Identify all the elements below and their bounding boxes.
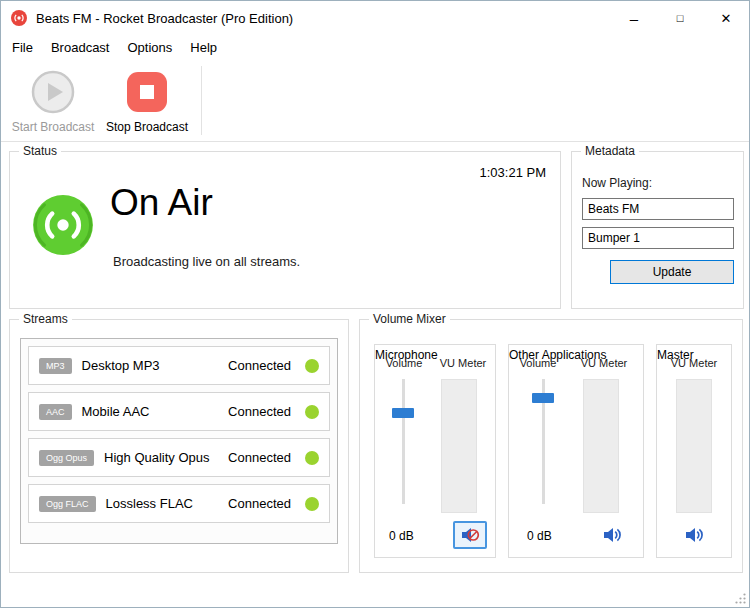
app-window: Beats FM - Rocket Broadcaster (Pro Editi… [0, 0, 750, 608]
volume-column-label: Volume [509, 357, 567, 369]
speaker-icon [684, 526, 704, 544]
maximize-button[interactable]: □ [657, 1, 703, 35]
menubar: File Broadcast Options Help [1, 35, 749, 61]
microphone-volume-slider[interactable] [402, 379, 405, 504]
now-playing-field-1[interactable] [582, 198, 734, 220]
titlebar: Beats FM - Rocket Broadcaster (Pro Editi… [1, 1, 749, 35]
window-title: Beats FM - Rocket Broadcaster (Pro Editi… [36, 11, 611, 26]
stream-row-mobile-aac[interactable]: AAC Mobile AAC Connected [28, 392, 330, 431]
start-broadcast-label: Start Broadcast [12, 120, 95, 134]
minimize-button[interactable]: – [611, 1, 657, 35]
stream-name: Lossless FLAC [106, 496, 229, 511]
menu-help[interactable]: Help [181, 35, 226, 61]
streams-group: Streams MP3 Desktop MP3 Connected AAC Mo… [9, 319, 349, 573]
microphone-channel: Microphone Volume VU Meter 0 dB [374, 344, 496, 558]
stop-icon [124, 69, 170, 115]
speaker-icon [602, 526, 622, 544]
microphone-mute-button[interactable] [453, 521, 487, 549]
clock: 1:03:21 PM [480, 165, 547, 180]
stream-status: Connected [228, 358, 291, 373]
status-group-label: Status [19, 144, 61, 158]
menu-options[interactable]: Options [119, 35, 182, 61]
streams-list: MP3 Desktop MP3 Connected AAC Mobile AAC… [20, 338, 338, 544]
stream-row-desktop-mp3[interactable]: MP3 Desktop MP3 Connected [28, 346, 330, 385]
stream-name: High Quality Opus [104, 450, 228, 465]
streams-group-label: Streams [19, 312, 72, 326]
status-group: Status 1:03:21 PM On Air Broadcasting li… [9, 151, 561, 309]
toolbar: Start Broadcast Stop Broadcast [1, 61, 749, 142]
codec-badge: Ogg Opus [39, 450, 94, 466]
metadata-group: Metadata Now Playing: Update [571, 151, 744, 309]
other-applications-vu-meter [583, 379, 619, 513]
connected-indicator-dot [305, 451, 319, 465]
microphone-db-label: 0 dB [389, 529, 414, 543]
stream-status: Connected [228, 496, 291, 511]
stop-broadcast-button[interactable]: Stop Broadcast [103, 69, 191, 134]
stream-row-lossless-flac[interactable]: Ogg FLAC Lossless FLAC Connected [28, 484, 330, 523]
stream-name: Desktop MP3 [82, 358, 229, 373]
resize-grip[interactable] [734, 592, 747, 605]
app-icon [11, 10, 27, 26]
other-applications-mute-button[interactable] [595, 521, 629, 549]
codec-badge: MP3 [39, 358, 72, 374]
master-channel: Master VU Meter [656, 344, 732, 558]
on-air-icon [30, 192, 96, 258]
other-applications-db-label: 0 dB [527, 529, 552, 543]
menu-file[interactable]: File [3, 35, 42, 61]
connected-indicator-dot [305, 359, 319, 373]
vu-meter-column-label: VU Meter [657, 357, 731, 369]
now-playing-field-2[interactable] [582, 227, 734, 249]
master-mute-button[interactable] [677, 521, 711, 549]
volume-mixer-group-label: Volume Mixer [369, 312, 450, 326]
status-subtext: Broadcasting live on all streams. [113, 254, 300, 269]
now-playing-label: Now Playing: [582, 176, 652, 190]
vu-meter-column-label: VU Meter [433, 357, 493, 369]
microphone-vu-meter [441, 379, 477, 513]
connected-indicator-dot [305, 405, 319, 419]
other-applications-channel: Other Applications Volume VU Meter 0 dB [508, 344, 644, 558]
stop-broadcast-label: Stop Broadcast [106, 120, 188, 134]
metadata-group-label: Metadata [581, 144, 639, 158]
other-applications-volume-slider-handle[interactable] [532, 393, 554, 403]
connected-indicator-dot [305, 497, 319, 511]
speaker-muted-icon [460, 526, 480, 544]
codec-badge: Ogg FLAC [39, 496, 96, 512]
toolbar-separator [201, 66, 202, 135]
on-air-headline: On Air [110, 182, 213, 224]
menu-broadcast[interactable]: Broadcast [42, 35, 119, 61]
start-broadcast-button[interactable]: Start Broadcast [11, 69, 95, 134]
stream-status: Connected [228, 450, 291, 465]
volume-column-label: Volume [375, 357, 433, 369]
volume-mixer-group: Volume Mixer Microphone Volume VU Meter … [359, 319, 743, 573]
update-button[interactable]: Update [610, 260, 734, 284]
microphone-volume-slider-handle[interactable] [392, 408, 414, 418]
master-vu-meter [676, 379, 712, 513]
play-icon [30, 69, 76, 115]
stream-name: Mobile AAC [82, 404, 229, 419]
stream-status: Connected [228, 404, 291, 419]
close-button[interactable]: ✕ [703, 1, 749, 35]
stream-row-high-quality-opus[interactable]: Ogg Opus High Quality Opus Connected [28, 438, 330, 477]
codec-badge: AAC [39, 404, 72, 420]
vu-meter-column-label: VU Meter [567, 357, 641, 369]
